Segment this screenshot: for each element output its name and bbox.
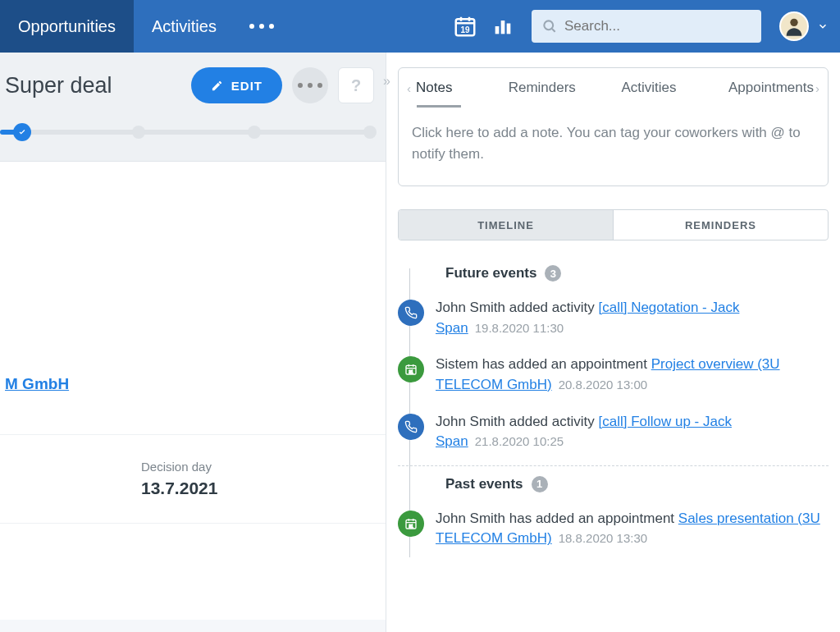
calendar-icon: 31 — [398, 511, 424, 537]
calendar-icon: 31 — [398, 356, 424, 382]
tabs-scroll-left[interactable]: ‹ — [405, 81, 413, 95]
event-time: 18.8.2020 13:30 — [559, 531, 647, 545]
past-count-badge: 1 — [532, 476, 548, 492]
note-input[interactable]: Click here to add a note. You can tag yo… — [399, 108, 828, 185]
tab-notes[interactable]: Notes — [413, 80, 489, 96]
event-text: Sistem has added an appointment — [436, 356, 651, 372]
search-icon — [541, 18, 558, 34]
timeline: Future events 3 John Smith added activit… — [398, 260, 829, 557]
phone-icon — [398, 300, 424, 326]
event-time: 20.8.2020 13:00 — [559, 378, 647, 392]
nav-more-button[interactable] — [235, 0, 289, 53]
event-time: 21.8.2020 10:25 — [475, 434, 564, 448]
nav-tab-activities[interactable]: Activities — [134, 0, 235, 53]
toggle-timeline[interactable]: TIMELINE — [399, 210, 614, 240]
deal-title: Super deal — [0, 73, 191, 98]
pipeline-progress[interactable] — [0, 130, 374, 135]
chevron-down-icon — [817, 21, 829, 32]
decision-day-field: Decision day 13.7.2021 — [0, 434, 386, 524]
top-nav: Opportunities Activities 19 — [0, 0, 840, 53]
decision-day-label: Decision day — [141, 460, 381, 474]
svg-rect-2 — [501, 21, 505, 34]
expand-toggle[interactable]: » — [383, 74, 390, 89]
tabs-scroll-right[interactable]: › — [814, 81, 821, 95]
help-button[interactable]: ? — [338, 67, 374, 103]
bar-chart-icon — [491, 15, 514, 38]
svg-point-5 — [790, 19, 797, 26]
past-events-header: Past events 1 — [424, 471, 829, 501]
toggle-reminders[interactable]: REMINDERS — [614, 210, 828, 240]
edit-label: EDIT — [231, 79, 262, 93]
tab-activities[interactable]: Activities — [596, 80, 702, 96]
svg-text:31: 31 — [409, 524, 413, 529]
tab-appointments[interactable]: Appointments — [702, 80, 814, 96]
timeline-toggle: TIMELINE REMINDERS — [398, 209, 829, 240]
future-count-badge: 3 — [545, 265, 561, 282]
more-icon — [249, 24, 274, 29]
avatar — [779, 11, 809, 41]
reports-button[interactable] — [484, 15, 522, 38]
svg-rect-1 — [495, 26, 500, 34]
search-input[interactable] — [564, 18, 751, 34]
check-icon — [18, 128, 26, 136]
decision-day-value: 13.7.2021 — [141, 479, 381, 498]
svg-point-4 — [544, 21, 553, 30]
nav-tab-opportunities[interactable]: Opportunities — [0, 0, 134, 53]
future-events-header: Future events 3 — [424, 260, 829, 290]
more-icon — [298, 83, 322, 88]
timeline-event: John Smith added activity [call] Follow … — [398, 404, 829, 460]
edit-button[interactable]: EDIT — [191, 67, 282, 103]
timeline-event: 31John Smith has added an appointment Sa… — [398, 501, 829, 557]
svg-rect-3 — [507, 24, 511, 34]
active-tab-underline — [417, 105, 461, 108]
phone-icon — [398, 414, 424, 440]
deal-panel: Super deal EDIT ? — [0, 53, 386, 632]
notes-panel: ‹ Notes Reminders Activities Appointment… — [398, 67, 829, 186]
event-text: John Smith added activity — [436, 300, 598, 315]
timeline-event: 31Sistem has added an appointment Projec… — [398, 346, 829, 403]
event-text: John Smith added activity — [436, 414, 598, 429]
search-box — [532, 10, 761, 43]
side-panel: » ‹ Notes Reminders Activities Appointme… — [386, 53, 840, 632]
event-time: 19.8.2020 11:30 — [475, 321, 564, 335]
event-text: John Smith has added an appointment — [436, 511, 678, 526]
calendar-button[interactable]: 19 — [446, 14, 484, 39]
user-menu[interactable] — [779, 11, 829, 41]
timeline-event: John Smith added activity [call] Negotat… — [398, 290, 829, 346]
company-link[interactable]: M GmbH — [0, 162, 386, 401]
pencil-icon — [211, 80, 223, 92]
deal-more-button[interactable] — [292, 67, 328, 103]
svg-text:31: 31 — [409, 370, 413, 374]
question-icon: ? — [351, 76, 361, 95]
calendar-day: 19 — [460, 25, 469, 34]
tab-reminders[interactable]: Reminders — [489, 80, 596, 96]
